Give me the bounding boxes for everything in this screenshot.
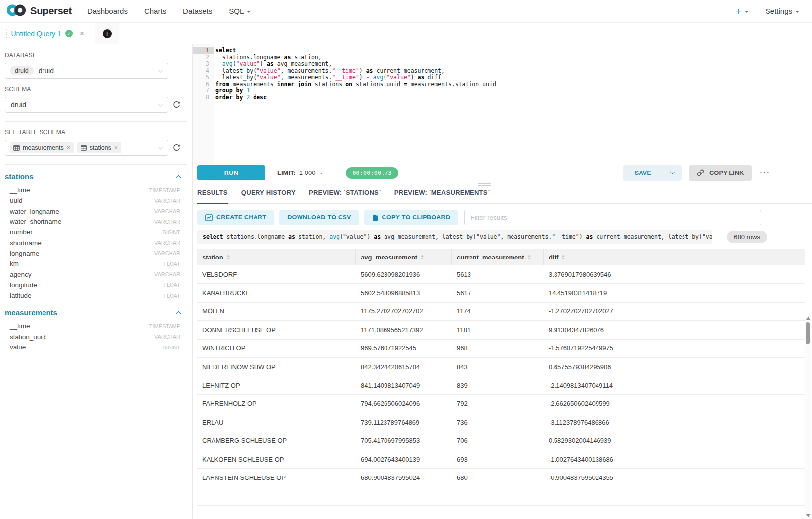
limit-dropdown[interactable]: LIMIT: 1 000 (277, 169, 323, 176)
table-cell: 739.1123789764869 (356, 413, 452, 431)
schema-column: longnameVARCHAR (5, 248, 187, 259)
schema-select[interactable]: druid (5, 97, 168, 113)
close-icon[interactable]: × (80, 30, 84, 38)
save-options-button[interactable] (663, 165, 682, 181)
schema-column: __timeTIMESTAMP (5, 321, 187, 331)
tab-query-history[interactable]: QUERY HISTORY (241, 189, 296, 203)
table-group-measurements[interactable]: measurements (5, 308, 187, 317)
remove-chip-icon[interactable]: × (114, 144, 118, 151)
sort-icon[interactable] (528, 255, 531, 260)
query-preview-row: select stations.longname as station, avg… (193, 230, 812, 244)
line-number: 6 (193, 81, 214, 88)
column-header-avg-measurement[interactable]: avg_measurement (356, 249, 452, 265)
schema-column: uuidVARCHAR (5, 195, 187, 206)
tab-preview-stations[interactable]: PREVIEW: `STATIONS` (309, 189, 381, 203)
table-chip-stations[interactable]: stations × (77, 142, 121, 153)
results-pane: RESULTS QUERY HISTORY PREVIEW: `STATIONS… (193, 181, 812, 519)
sql-editor[interactable]: 12345678 select stations.longname as sta… (193, 44, 812, 164)
column-header-diff[interactable]: diff (544, 249, 805, 265)
tab-preview-measurements[interactable]: PREVIEW: `MEASUREMENTS` (394, 189, 490, 203)
editor-gutter: 12345678 (193, 44, 214, 164)
create-chart-button[interactable]: CREATE CHART (197, 210, 274, 225)
database-select[interactable]: druid druid (5, 63, 168, 79)
schema-column: kmFLOAT (5, 259, 187, 269)
chevron-down-icon (158, 68, 163, 73)
new-item-menu[interactable]: + (736, 5, 749, 17)
schema-column: valueBIGINT (5, 342, 187, 352)
column-type: VARCHAR (154, 334, 180, 340)
collapse-icon[interactable] (176, 175, 181, 180)
settings-menu[interactable]: Settings (766, 7, 799, 15)
sort-icon[interactable] (227, 255, 230, 260)
column-name: water_shortname (10, 218, 61, 225)
nav-dashboards[interactable]: Dashboards (87, 7, 128, 15)
table-cell: -1.5760719225449975 (544, 340, 805, 357)
sort-icon[interactable] (421, 255, 424, 260)
column-type: BIGINT (162, 345, 180, 350)
column-type: TIMESTAMP (149, 187, 180, 193)
schema-column: latitudeFLOAT (5, 290, 187, 301)
column-name: shortname (10, 239, 42, 247)
database-type-pill: druid (10, 66, 34, 75)
tab-untitled-query-1[interactable]: Untitled Query 1 ✓ × (0, 23, 95, 44)
table-cell: 693 (452, 450, 544, 468)
sqllab-main: 12345678 select stations.longname as sta… (193, 44, 812, 519)
superset-logo-icon (6, 3, 27, 20)
editor-toolbar: RUN LIMIT: 1 000 00:00:00.73 SAVE COPY L… (193, 164, 812, 181)
nav-charts[interactable]: Charts (144, 7, 166, 15)
tab-results[interactable]: RESULTS (197, 189, 228, 204)
results-table: station avg_measurement current_measurem… (197, 249, 805, 506)
query-timer-badge: 00:00:00.73 (346, 167, 398, 179)
table-cell: FAHRENHOLZ OP (197, 395, 356, 413)
database-value: druid (39, 67, 54, 75)
row-count-badge: 680 rows (727, 231, 767, 243)
download-csv-button[interactable]: DOWNLOAD TO CSV (279, 210, 359, 225)
pane-resize-handle[interactable] (478, 183, 491, 188)
table-group-stations[interactable]: stations (5, 173, 187, 181)
more-options-icon[interactable] (759, 170, 770, 176)
refresh-schemas-icon[interactable] (172, 100, 182, 110)
table-cell: WINTRICH OP (197, 340, 356, 357)
column-type: VARCHAR (154, 198, 180, 204)
remove-chip-icon[interactable]: × (67, 144, 70, 151)
table-cell: 0.5829302004146939 (544, 432, 805, 450)
scroll-down-icon[interactable] (806, 514, 810, 517)
table-row: WINTRICH OP969.576071922545968-1.5760719… (197, 340, 805, 358)
column-name: uuid (10, 197, 23, 204)
code-line: from measurements inner join stations on… (215, 81, 812, 88)
copy-clipboard-button[interactable]: COPY TO CLIPBOARD (364, 210, 459, 225)
table-cell: -1.2702702702702027 (544, 303, 805, 320)
table-chip-measurements[interactable]: measurements × (10, 142, 74, 153)
table-scrollbar[interactable] (805, 315, 811, 519)
table-cell: -3.112378976486866 (544, 413, 805, 431)
column-type: BIGINT (162, 229, 180, 235)
table-cell: 794.6626506024096 (356, 395, 452, 413)
save-button[interactable]: SAVE (623, 165, 663, 181)
filter-results-input[interactable] (464, 210, 761, 225)
table-cell: 5617 (452, 284, 544, 302)
table-cell: 706 (452, 432, 544, 450)
add-tab-button[interactable]: + (103, 29, 112, 38)
schema-column: shortnameVARCHAR (5, 237, 187, 248)
table-schema-select[interactable]: measurements × stations × (5, 140, 168, 156)
query-preview[interactable]: select stations.longname as station, avg… (197, 230, 712, 244)
column-name: water_longname (10, 208, 59, 215)
nav-sql-menu[interactable]: SQL (229, 7, 251, 15)
column-header-station[interactable]: station (197, 249, 356, 265)
column-header-current-measurement[interactable]: current_measurement (452, 249, 544, 265)
scrollbar-thumb[interactable] (806, 322, 810, 344)
run-button[interactable]: RUN (197, 165, 265, 180)
refresh-tables-icon[interactable] (172, 143, 182, 153)
drag-handle-icon[interactable] (6, 29, 7, 38)
collapse-icon[interactable] (176, 311, 181, 316)
code-line: select (215, 47, 812, 54)
table-cell: 705.4170697995853 (356, 432, 452, 450)
copy-link-button[interactable]: COPY LINK (689, 165, 752, 181)
sort-icon[interactable] (562, 255, 565, 260)
nav-datasets[interactable]: Datasets (183, 7, 212, 15)
table-cell: 680 (452, 469, 544, 486)
superset-brand[interactable]: Superset (6, 3, 72, 20)
chevron-down-icon (795, 11, 799, 13)
editor-code[interactable]: select stations.longname as station, avg… (214, 44, 812, 101)
scroll-up-icon[interactable] (806, 317, 810, 320)
